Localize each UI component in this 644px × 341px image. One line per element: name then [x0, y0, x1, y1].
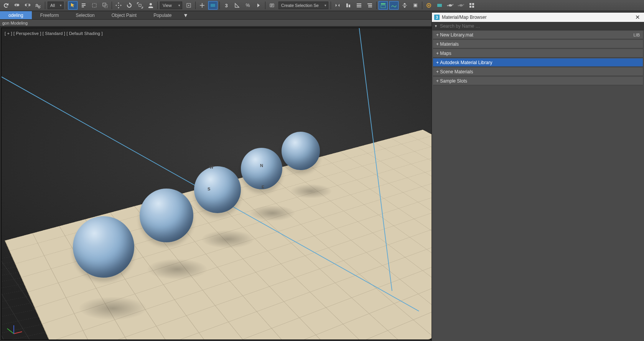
- svg-rect-10: [211, 4, 215, 7]
- render-production-icon[interactable]: [467, 1, 477, 10]
- manipulate-icon[interactable]: [197, 1, 207, 10]
- close-icon[interactable]: ✕: [634, 14, 642, 21]
- svg-rect-20: [381, 5, 385, 8]
- svg-rect-0: [82, 3, 86, 4]
- curve-editor-icon[interactable]: [389, 1, 399, 10]
- category-materials[interactable]: + Materials: [433, 40, 643, 48]
- select-object-icon[interactable]: [68, 1, 78, 10]
- svg-rect-17: [368, 5, 372, 6]
- search-input[interactable]: [440, 23, 642, 29]
- svg-rect-13: [357, 3, 361, 4]
- sphere-shadow: [201, 230, 255, 248]
- spinner-snap-icon[interactable]: [254, 1, 264, 10]
- svg-rect-18: [368, 7, 372, 7]
- ribbon-overflow-icon[interactable]: ▾: [180, 11, 191, 19]
- svg-rect-27: [472, 3, 474, 5]
- category-label: Scene Materials: [440, 69, 473, 74]
- use-pivot-icon[interactable]: [184, 1, 194, 10]
- category-scene-materials[interactable]: + Scene Materials: [433, 68, 643, 76]
- layer-manager-icon[interactable]: [354, 1, 364, 10]
- render-frame-icon[interactable]: [435, 1, 445, 10]
- browser-search-bar[interactable]: ▼: [432, 22, 644, 30]
- material-editor-icon[interactable]: [410, 1, 420, 10]
- snap-toggle-icon[interactable]: 3: [221, 1, 231, 10]
- rotate-icon[interactable]: [124, 1, 134, 10]
- ribbon-tab-selection[interactable]: Selection: [67, 11, 103, 19]
- sphere-object[interactable]: [140, 189, 193, 242]
- sphere-object[interactable]: [241, 148, 282, 189]
- sphere-shadow: [290, 184, 332, 198]
- svg-rect-12: [349, 5, 350, 7]
- sphere-object[interactable]: [282, 132, 320, 170]
- browser-empty-area: [432, 86, 644, 341]
- search-dropdown-icon[interactable]: ▼: [434, 24, 438, 28]
- sphere-shadow: [147, 259, 208, 280]
- app-badge-icon: 3: [434, 15, 440, 20]
- ribbon-tab-populate[interactable]: Populate: [145, 11, 180, 19]
- named-selection-dropdown[interactable]: Create Selection Se: [278, 2, 328, 9]
- svg-rect-26: [469, 3, 471, 5]
- mirror-icon[interactable]: [333, 1, 343, 10]
- bind-space-warp-icon[interactable]: [33, 1, 43, 10]
- ribbon-tab-objectpaint[interactable]: Object Paint: [103, 11, 145, 19]
- viewport-label[interactable]: [ + ] [ Perspective ] [ Standard ] [ Def…: [5, 31, 103, 36]
- schematic-view-icon[interactable]: [400, 1, 410, 10]
- category-new-library[interactable]: + New Library.mat LIB: [433, 31, 643, 39]
- ribbon-tab-modeling[interactable]: odeling: [0, 11, 32, 19]
- sphere-object[interactable]: [194, 166, 241, 213]
- layer-explorer-icon[interactable]: [365, 1, 375, 10]
- axis-tripod: [12, 323, 25, 336]
- window-crossing-icon[interactable]: [100, 1, 110, 10]
- svg-rect-16: [367, 3, 372, 4]
- svg-rect-15: [357, 7, 361, 7]
- category-autodesk-library[interactable]: + Autodesk Material Library: [433, 58, 643, 67]
- svg-rect-14: [357, 5, 361, 6]
- lib-tag: LIB: [633, 33, 640, 37]
- keyboard-shortcut-icon[interactable]: [208, 1, 218, 10]
- percent-snap-icon[interactable]: %: [243, 1, 253, 10]
- ribbon-toggle-icon[interactable]: [378, 1, 388, 10]
- placement-icon[interactable]: [146, 1, 156, 10]
- sphere-object[interactable]: [73, 216, 134, 278]
- category-label: New Library.mat: [440, 32, 473, 38]
- teapot2-icon[interactable]: [456, 1, 466, 10]
- svg-rect-19: [381, 3, 385, 5]
- svg-rect-1: [82, 5, 86, 6]
- svg-rect-6: [139, 4, 141, 7]
- svg-point-7: [150, 3, 152, 5]
- category-label: Sample Slots: [440, 78, 467, 84]
- category-sample-slots[interactable]: + Sample Slots: [433, 77, 643, 85]
- svg-point-22: [414, 4, 417, 7]
- browser-title-text: Material/Map Browser: [442, 15, 487, 20]
- ref-coord-dropdown[interactable]: View: [160, 2, 182, 9]
- svg-rect-11: [346, 3, 348, 7]
- sphere-shadow: [249, 205, 295, 221]
- select-region-rect-icon[interactable]: [89, 1, 99, 10]
- render-setup-icon[interactable]: [424, 1, 434, 10]
- main-toolbar: All View 3 % Create Selection Se: [0, 0, 644, 11]
- redo-icon[interactable]: [1, 1, 11, 10]
- category-label: Autodesk Material Library: [440, 60, 492, 65]
- move-icon[interactable]: [114, 1, 124, 10]
- angle-snap-icon[interactable]: [232, 1, 242, 10]
- teapot1-icon[interactable]: [445, 1, 455, 10]
- sphere-shadow: [78, 296, 147, 320]
- selection-filter-dropdown[interactable]: All: [48, 2, 64, 9]
- material-map-browser: 3 Material/Map Browser ✕ ▼ + New Library…: [432, 13, 644, 341]
- svg-point-24: [428, 5, 430, 6]
- svg-rect-29: [472, 6, 474, 8]
- ribbon-tab-freeform[interactable]: Freeform: [32, 11, 68, 19]
- category-maps[interactable]: + Maps: [433, 49, 643, 58]
- align-icon[interactable]: [343, 1, 353, 10]
- svg-rect-3: [92, 3, 96, 7]
- svg-rect-28: [469, 6, 471, 8]
- link-icon[interactable]: [12, 1, 22, 10]
- unlink-icon[interactable]: [23, 1, 33, 10]
- category-label: Maps: [440, 51, 451, 56]
- browser-titlebar[interactable]: 3 Material/Map Browser ✕: [432, 13, 644, 22]
- edit-named-sets-icon[interactable]: [267, 1, 277, 10]
- scale-icon[interactable]: [135, 1, 145, 10]
- svg-rect-25: [437, 4, 442, 7]
- svg-rect-2: [82, 7, 84, 7]
- select-by-name-icon[interactable]: [79, 1, 89, 10]
